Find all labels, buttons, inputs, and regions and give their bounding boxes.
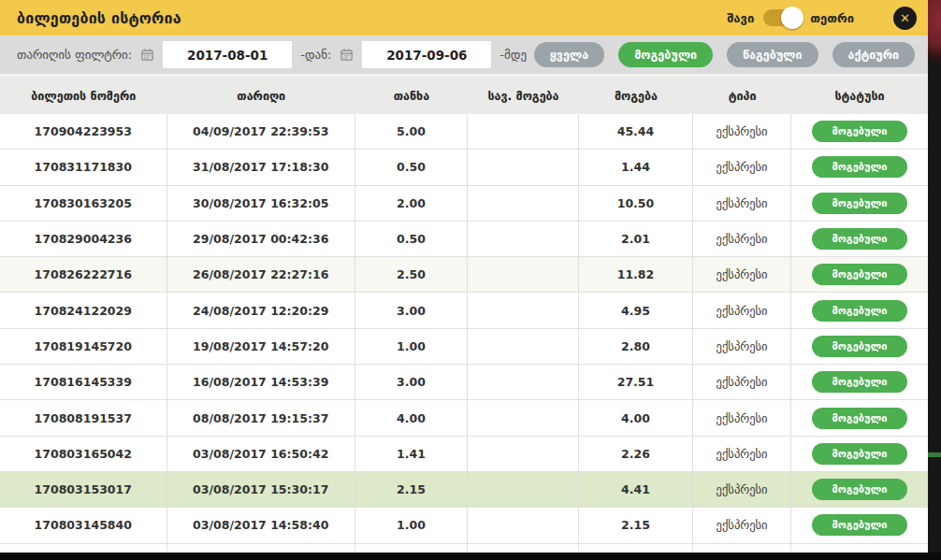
win-cell: 2.80	[579, 329, 693, 364]
modal-title-bar: ბილეთების ისტორია შავი თეთრი ✕	[0, 0, 928, 36]
status-cell: მოგებული	[791, 114, 928, 149]
possible-win-cell	[468, 293, 579, 327]
status-cell: მოგებული	[791, 186, 928, 221]
type-cell: ექსპრესი	[693, 472, 791, 507]
amount-cell: 3.00	[355, 365, 468, 399]
theme-toggle[interactable]	[763, 9, 801, 26]
possible-win-cell	[468, 365, 579, 399]
possible-win-cell	[468, 329, 579, 364]
possible-win-cell	[468, 186, 579, 221]
date-cell: 24/08/2017 12:20:29	[167, 293, 355, 327]
calendar-icon[interactable]	[140, 48, 154, 62]
table-row[interactable]: 170803165042 03/08/2017 16:50:42 1.41 2.…	[0, 437, 928, 472]
win-cell: 2.15	[579, 508, 693, 542]
table-row[interactable]: 170803145840 03/08/2017 14:58:40 1.00 2.…	[0, 508, 928, 543]
status-cell: მოგებული	[791, 222, 928, 256]
status-badge: მოგებული	[812, 443, 907, 465]
date-cell: 16/08/2017 14:53:39	[167, 365, 355, 399]
column-header-possible-win: სავ. მოგება	[468, 89, 579, 103]
table-row[interactable]: 170803153017 03/08/2017 15:30:17 2.15 4.…	[0, 472, 928, 508]
date-cell: 04/09/2017 22:39:53	[167, 114, 355, 149]
table-row[interactable]: 170831171830 31/08/2017 17:18:30 0.50 1.…	[0, 150, 928, 185]
status-badge: მოგებული	[812, 479, 907, 500]
win-cell: 2.01	[579, 222, 693, 256]
status-badge: მოგებული	[812, 121, 907, 142]
status-badge: მოგებული	[812, 336, 907, 357]
date-cell: 26/08/2017 22:27:16	[167, 257, 355, 292]
table-row[interactable]: 170904223953 04/09/2017 22:39:53 5.00 45…	[0, 114, 928, 150]
amount-cell: 5.00	[355, 114, 468, 149]
status-cell: მოგებული	[791, 437, 928, 471]
possible-win-cell	[468, 400, 579, 435]
table-row[interactable]: 170829004236 29/08/2017 00:42:36 0.50 2.…	[0, 222, 928, 257]
calendar-icon[interactable]	[340, 48, 354, 62]
win-cell: 1.44	[579, 150, 693, 184]
possible-win-cell	[468, 508, 579, 542]
filter-button-inactive[interactable]: აქტიური	[832, 42, 915, 67]
date-to-input[interactable]	[362, 41, 491, 68]
status-badge: მოგებული	[812, 300, 907, 322]
date-cell: 29/08/2017 00:42:36	[167, 222, 355, 256]
table-row[interactable]: 170826222716 26/08/2017 22:27:16 2.50 11…	[0, 257, 928, 293]
status-badge: მოგებული	[812, 156, 907, 178]
type-cell: ექსპრესი	[693, 437, 791, 471]
amount-cell: 0.50	[355, 150, 468, 184]
background-right-sliver	[928, 0, 941, 560]
theme-label-light: თეთრი	[810, 11, 854, 25]
status-badge: მოგებული	[812, 371, 907, 393]
status-cell: მოგებული	[791, 257, 928, 292]
date-cell: 19/08/2017 14:57:20	[167, 329, 355, 364]
amount-cell: 0.50	[355, 222, 468, 256]
type-cell: ექსპრესი	[693, 329, 791, 364]
possible-win-cell	[468, 472, 579, 507]
win-cell: 11.82	[579, 257, 693, 292]
status-badge: მოგებული	[812, 514, 907, 536]
status-cell: მოგებული	[791, 472, 928, 507]
win-cell: 4.95	[579, 293, 693, 327]
type-cell: ექსპრესი	[693, 150, 791, 184]
page-title: ბილეთების ისტორია	[17, 9, 181, 27]
date-to-suffix: -მდე	[499, 48, 527, 62]
possible-win-cell	[468, 114, 579, 149]
ticket-number-cell: 170831171830	[0, 150, 167, 184]
type-cell: ექსპრესი	[693, 222, 791, 256]
date-filter-label: თარიღის ფილტრი:	[17, 48, 132, 62]
ticket-number-cell: 170803153017	[0, 472, 167, 507]
status-cell: მოგებული	[791, 293, 928, 327]
table-row[interactable]: 170816145339 16/08/2017 14:53:39 3.00 27…	[0, 365, 928, 400]
date-from-suffix: -დან:	[300, 48, 331, 62]
status-badge: მოგებული	[812, 193, 907, 214]
amount-cell: 2.50	[355, 257, 468, 292]
status-badge: მოგებული	[812, 264, 907, 285]
ticket-number-cell: 170826222716	[0, 257, 167, 292]
filter-button-inactive[interactable]: ყველა	[534, 42, 604, 67]
tickets-history-modal: ბილეთების ისტორია შავი თეთრი ✕ თარიღის ფ…	[0, 0, 928, 553]
date-from-input[interactable]	[163, 41, 292, 68]
column-header-date: თარიღი	[167, 89, 355, 103]
table-row[interactable]: 170808191537 08/08/2017 19:15:37 4.00 4.…	[0, 400, 928, 436]
table-row[interactable]: 170830163205 30/08/2017 16:32:05 2.00 10…	[0, 186, 928, 222]
status-badge: მოგებული	[812, 228, 907, 250]
theme-label-dark: შავი	[727, 11, 754, 25]
filter-button-active[interactable]: მოგებული	[618, 42, 713, 67]
filter-button-inactive[interactable]: წაგებული	[727, 42, 818, 67]
table-header-row: ბილეთის ნომერი თარიღი თანხა სავ. მოგება …	[0, 77, 928, 114]
amount-cell: 4.00	[355, 400, 468, 435]
ticket-number-cell: 170824122029	[0, 293, 167, 327]
status-cell: მოგებული	[791, 329, 928, 364]
type-cell: ექსპრესი	[693, 186, 791, 221]
background-bottom-sliver	[0, 553, 941, 560]
table-body: 170904223953 04/09/2017 22:39:53 5.00 45…	[0, 114, 928, 544]
close-icon[interactable]: ✕	[893, 7, 917, 30]
win-cell: 10.50	[579, 186, 693, 221]
win-cell: 2.26	[579, 437, 693, 471]
ticket-number-cell: 170830163205	[0, 186, 167, 221]
table-row-partial	[0, 544, 928, 552]
table-row[interactable]: 170819145720 19/08/2017 14:57:20 1.00 2.…	[0, 329, 928, 365]
ticket-number-cell: 170829004236	[0, 222, 167, 256]
possible-win-cell	[468, 222, 579, 256]
ticket-number-cell: 170904223953	[0, 114, 167, 149]
date-cell: 08/08/2017 19:15:37	[167, 400, 355, 435]
table-row[interactable]: 170824122029 24/08/2017 12:20:29 3.00 4.…	[0, 293, 928, 328]
theme-toggle-knob[interactable]	[781, 7, 803, 29]
